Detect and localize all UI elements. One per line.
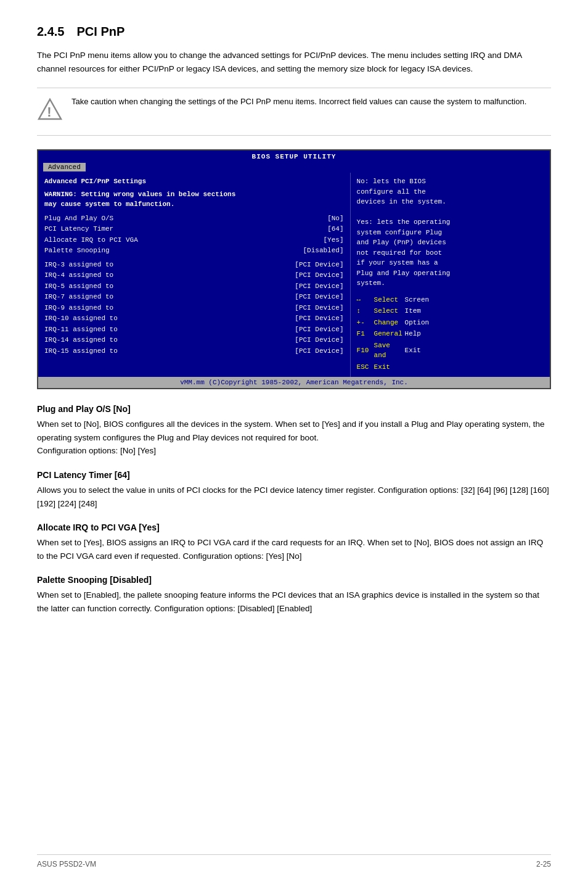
irq-7: IRQ-7 assigned to [PCI Device] (44, 292, 344, 302)
irq-5: IRQ-5 assigned to [PCI Device] (44, 281, 344, 292)
setting-allocate-irq: Allocate IRQ to PCI VGA [Yes] (44, 235, 344, 245)
subsection-text-palette-snooping: When set to [Enabled], the pallete snoop… (37, 588, 551, 615)
bios-keys: ↔ Select Screen ↕ Select Item +- Change … (357, 295, 544, 373)
footer-page-number: 2-25 (536, 860, 551, 868)
irq-11: IRQ-11 assigned to [PCI Device] (44, 324, 344, 335)
bios-irq-list: IRQ-3 assigned to [PCI Device] IRQ-4 ass… (44, 260, 344, 357)
setting-plug-play: Plug And Play O/S [No] (44, 213, 344, 224)
key-esc: ESC Exit (357, 362, 544, 373)
subsection-plug-and-play: Plug and Play O/S [No] When set to [No],… (37, 404, 551, 458)
setting-pci-latency: PCI Latency Timer [64] (44, 224, 344, 234)
footer-product: ASUS P5SD2-VM (37, 860, 96, 868)
bios-screenshot: BIOS SETUP UTILITY Advanced Advanced PCI… (37, 149, 551, 389)
bios-title: BIOS SETUP UTILITY (38, 151, 550, 162)
bios-left-panel: Advanced PCI/PnP Settings WARNING: Setti… (38, 173, 350, 377)
subsection-text-plug-and-play: When set to [No], BIOS configures all th… (37, 418, 551, 458)
subsection-title-allocate-irq: Allocate IRQ to PCI VGA [Yes] (37, 522, 551, 532)
bios-right-panel: No: lets the BIOSconfigure all thedevice… (350, 173, 550, 377)
warning-text: Take caution when changing the settings … (71, 96, 526, 108)
irq-10: IRQ-10 assigned to [PCI Device] (44, 313, 344, 324)
irq-3: IRQ-3 assigned to [PCI Device] (44, 260, 344, 270)
bios-body: Advanced PCI/PnP Settings WARNING: Setti… (38, 173, 550, 377)
key-select-screen: ↔ Select Screen (357, 295, 544, 305)
section-number: 2.4.5 (37, 25, 64, 38)
subsection-title-pci-latency: PCI Latency Timer [64] (37, 470, 551, 480)
subsection-title-plug-and-play: Plug and Play O/S [No] (37, 404, 551, 414)
bios-help-text: No: lets the BIOSconfigure all thedevice… (357, 176, 544, 289)
bios-footer: vMM.mm (C)Copyright 1985-2002, American … (38, 377, 550, 388)
key-save-exit: F10 Save and Exit (357, 340, 544, 361)
section-name: PCI PnP (76, 25, 125, 38)
warning-icon: ! (37, 97, 63, 128)
irq-14: IRQ-14 assigned to [PCI Device] (44, 335, 344, 345)
bios-tab-row: Advanced (38, 162, 550, 173)
bios-settings-header: Advanced PCI/PnP Settings (44, 176, 344, 187)
irq-4: IRQ-4 assigned to [PCI Device] (44, 270, 344, 281)
bios-settings-list: Plug And Play O/S [No] PCI Latency Timer… (44, 213, 344, 256)
key-select-item: ↕ Select Item (357, 306, 544, 316)
subsection-text-pci-latency: Allows you to select the value in units … (37, 484, 551, 510)
key-general-help: F1 General Help (357, 329, 544, 339)
subsection-allocate-irq: Allocate IRQ to PCI VGA [Yes] When set t… (37, 522, 551, 563)
section-title: 2.4.5PCI PnP (37, 25, 551, 39)
warning-box: ! Take caution when changing the setting… (37, 88, 551, 136)
bios-active-tab: Advanced (43, 163, 86, 171)
bios-warning-line1: WARNING: Setting wrong values in below s… (44, 189, 344, 210)
irq-15: IRQ-15 assigned to [PCI Device] (44, 346, 344, 357)
setting-palette: Palette Snooping [Disabled] (44, 245, 344, 256)
svg-text:!: ! (47, 104, 51, 120)
subsection-palette-snooping: Palette Snooping [Disabled] When set to … (37, 575, 551, 615)
subsection-text-allocate-irq: When set to [Yes], BIOS assigns an IRQ t… (37, 536, 551, 563)
irq-9: IRQ-9 assigned to [PCI Device] (44, 303, 344, 313)
key-change-option: +- Change Option (357, 318, 544, 328)
subsection-title-palette-snooping: Palette Snooping [Disabled] (37, 575, 551, 585)
intro-text: The PCI PnP menu items allow you to chan… (37, 49, 551, 75)
subsection-pci-latency: PCI Latency Timer [64] Allows you to sel… (37, 470, 551, 510)
page-footer: ASUS P5SD2-VM 2-25 (37, 854, 551, 868)
